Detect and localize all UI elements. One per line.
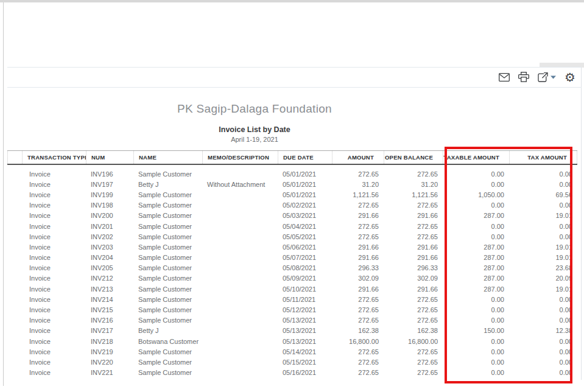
row-num: INV199 — [86, 191, 133, 198]
row-taxable-amount: 0.00 — [443, 201, 509, 209]
row-transaction-type: Invoice — [22, 243, 86, 251]
row-name: Sample Customer — [133, 369, 202, 376]
row-tax-amount: 0.00 — [509, 338, 577, 345]
row-amount: 272.65 — [332, 223, 384, 230]
row-open-balance: 16,800.00 — [384, 338, 443, 345]
report-date-range: April 1-19, 2021 — [7, 136, 502, 143]
table-row[interactable]: Invoice INV218 Botswana Customer 05/13/2… — [7, 336, 577, 346]
row-open-balance: 272.65 — [384, 223, 443, 230]
row-num: INV204 — [86, 254, 133, 261]
row-transaction-type: Invoice — [22, 317, 86, 324]
table-row[interactable]: Invoice INV202 Sample Customer 05/05/202… — [7, 231, 577, 242]
table-row[interactable]: Invoice INV213 Sample Customer 05/10/202… — [7, 284, 577, 294]
row-due-date: 05/15/2021 — [278, 359, 332, 366]
table-row[interactable]: Invoice INV199 Sample Customer 05/01/202… — [7, 189, 577, 200]
row-taxable-amount: 0.00 — [443, 296, 509, 303]
table-row[interactable]: Invoice INV197 Betty J Without Attachmen… — [7, 179, 577, 189]
row-transaction-type: Invoice — [22, 170, 86, 178]
row-name: Sample Customer — [133, 170, 202, 178]
row-amount: 272.65 — [332, 317, 384, 324]
row-tax-amount: 0.00 — [509, 201, 577, 209]
toolbar-top-divider — [7, 67, 582, 68]
table-row[interactable]: Invoice INV198 Sample Customer 05/02/202… — [7, 200, 577, 211]
table-row[interactable]: Invoice INV212 Sample Customer 05/09/202… — [7, 273, 577, 284]
row-open-balance: 291.66 — [384, 254, 443, 261]
row-amount: 272.65 — [332, 359, 384, 366]
row-amount: 272.65 — [332, 201, 384, 209]
table-row[interactable]: Invoice INV215 Sample Customer 05/12/202… — [7, 304, 577, 315]
row-amount: 272.65 — [332, 306, 384, 313]
row-num: INV221 — [86, 369, 133, 376]
row-open-balance: 272.65 — [384, 233, 443, 240]
toolbar-bottom-divider — [7, 87, 582, 88]
row-due-date: 05/10/2021 — [278, 285, 332, 293]
table-row[interactable]: Invoice INV201 Sample Customer 05/04/202… — [7, 221, 577, 231]
export-icon[interactable] — [537, 71, 557, 83]
row-tax-amount: 23.68 — [509, 264, 577, 271]
invoice-table-body: Invoice INV196 Sample Customer 05/01/202… — [7, 165, 577, 378]
print-icon[interactable] — [517, 71, 530, 83]
row-transaction-type: Invoice — [22, 233, 86, 240]
table-row[interactable]: Invoice INV214 Sample Customer 05/11/202… — [7, 294, 577, 304]
row-transaction-type: Invoice — [22, 348, 86, 355]
row-name: Sample Customer — [133, 359, 202, 366]
table-row[interactable]: Invoice INV217 Betty J 05/13/2021 162.38… — [7, 326, 577, 336]
row-due-date: 05/06/2021 — [278, 243, 332, 251]
row-taxable-amount: 287.00 — [443, 212, 509, 219]
row-taxable-amount: 0.00 — [443, 317, 509, 324]
row-taxable-amount: 287.00 — [443, 243, 509, 251]
row-name: Sample Customer — [133, 254, 202, 261]
row-tax-amount: 69.56 — [509, 191, 577, 198]
row-open-balance: 162.38 — [384, 327, 443, 334]
row-taxable-amount: 287.00 — [443, 264, 509, 271]
report-page: ⚙ PK Sagip-Dalaga Foundation Invoice Lis… — [0, 0, 584, 392]
row-due-date: 05/13/2021 — [278, 327, 332, 334]
row-num: INV217 — [86, 327, 133, 334]
window-left-edge — [3, 2, 4, 386]
row-num: INV205 — [86, 264, 133, 271]
row-amount: 296.33 — [332, 264, 384, 271]
row-tax-amount: 0.00 — [509, 317, 577, 324]
table-row[interactable]: Invoice INV203 Sample Customer 05/06/202… — [7, 242, 577, 252]
settings-gear-icon[interactable]: ⚙ — [563, 70, 577, 85]
row-taxable-amount: 287.00 — [443, 275, 509, 282]
row-due-date: 05/12/2021 — [278, 306, 332, 313]
row-open-balance: 272.65 — [384, 359, 443, 366]
table-row[interactable]: Invoice INV220 Sample Customer 05/15/202… — [7, 357, 577, 367]
table-row[interactable]: Invoice INV205 Sample Customer 05/08/202… — [7, 263, 577, 273]
table-row[interactable]: Invoice INV196 Sample Customer 05/01/202… — [7, 169, 577, 179]
row-amount: 272.65 — [332, 170, 384, 178]
row-open-balance: 272.65 — [384, 348, 443, 355]
row-name: Sample Customer — [133, 191, 202, 198]
row-due-date: 05/13/2021 — [278, 317, 332, 324]
table-row[interactable]: Invoice INV200 Sample Customer 05/03/202… — [7, 211, 577, 221]
row-open-balance: 272.65 — [384, 201, 443, 209]
table-row[interactable]: Invoice INV219 Sample Customer 05/14/202… — [7, 346, 577, 357]
row-transaction-type: Invoice — [22, 327, 86, 334]
row-amount: 291.66 — [332, 285, 384, 293]
row-transaction-type: Invoice — [22, 201, 86, 209]
row-amount: 272.65 — [332, 348, 384, 355]
table-row[interactable]: Invoice INV221 Sample Customer 05/16/202… — [7, 368, 577, 378]
table-row[interactable]: Invoice INV204 Sample Customer 05/07/202… — [7, 253, 577, 263]
row-open-balance: 302.09 — [384, 275, 443, 282]
row-taxable-amount: 150.00 — [443, 327, 509, 334]
row-open-balance: 272.65 — [384, 369, 443, 376]
export-dropdown-caret — [551, 75, 556, 79]
row-name: Betty J — [133, 181, 202, 188]
row-taxable-amount: 287.00 — [443, 285, 509, 293]
row-open-balance: 31.20 — [384, 181, 443, 188]
row-tax-amount: 0.00 — [509, 348, 577, 355]
row-num: INV212 — [86, 275, 133, 282]
row-taxable-amount: 0.00 — [443, 359, 509, 366]
row-num: INV196 — [86, 170, 133, 178]
row-taxable-amount: 0.00 — [443, 369, 509, 376]
row-taxable-amount: 0.00 — [443, 338, 509, 345]
email-icon[interactable] — [498, 72, 511, 83]
report-header: PK Sagip-Dalaga Foundation Invoice List … — [7, 102, 502, 143]
row-amount: 302.09 — [332, 275, 384, 282]
row-open-balance: 296.33 — [384, 264, 443, 271]
row-tax-amount: 19.01 — [509, 254, 577, 261]
row-due-date: 05/14/2021 — [278, 348, 332, 355]
table-row[interactable]: Invoice INV216 Sample Customer 05/13/202… — [7, 315, 577, 326]
